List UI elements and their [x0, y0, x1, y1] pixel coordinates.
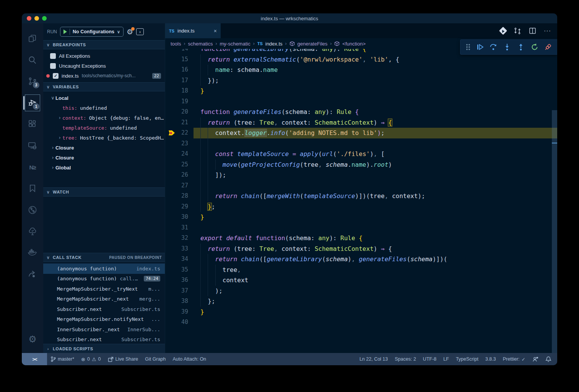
step-out-icon[interactable]	[517, 43, 525, 51]
extensions-icon[interactable]	[23, 114, 42, 134]
code-line-28[interactable]: 28return chain([mergeWith(templateSource…	[165, 191, 557, 202]
code-line-24[interactable]: 24const templateSource = apply(url('./fi…	[165, 149, 557, 159]
gutter[interactable]: 18	[165, 86, 200, 96]
tab-index-ts[interactable]: TS index.ts ×	[165, 23, 221, 38]
diamond-run-icon[interactable]	[499, 27, 507, 35]
language-mode-status[interactable]: TypeScript	[452, 353, 482, 365]
gutter[interactable]: 24	[165, 149, 200, 159]
gutter[interactable]: 31	[165, 223, 200, 233]
drag-handle[interactable]	[466, 44, 470, 50]
configure-gear-icon[interactable]: ⚙	[127, 28, 133, 36]
stack-frame[interactable]: MergeMapSubscriber._tryNext m...	[43, 284, 165, 294]
step-into-icon[interactable]	[503, 43, 511, 51]
loaded-scripts-section-header[interactable]: › LOADED SCRIPTS	[43, 344, 165, 353]
disconnect-icon[interactable]	[544, 43, 552, 51]
remote-explorer-icon[interactable]	[23, 136, 42, 156]
close-tab-icon[interactable]: ×	[214, 28, 217, 34]
breadcrumb-item[interactable]: schematics	[188, 41, 213, 47]
compare-changes-icon[interactable]	[514, 27, 521, 35]
breadcrumb-item[interactable]: tools	[171, 41, 181, 47]
gutter[interactable]: 38	[165, 296, 200, 307]
scope-local[interactable]: ∨ Local	[43, 93, 165, 103]
gutter[interactable]: 14	[165, 49, 200, 54]
scope-closure-2[interactable]: › Closure	[43, 153, 165, 163]
gutter[interactable]: 19	[165, 96, 200, 107]
gutter[interactable]: 29	[165, 202, 200, 212]
variable-context[interactable]: › context: Object {debug: false, en…	[43, 113, 165, 123]
call-stack-section-header[interactable]: ∨ CALL STACK PAUSED ON BREAKPOINT	[43, 253, 165, 262]
prettier-status[interactable]: Prettier:✓	[499, 353, 529, 365]
code-line-32[interactable]: 32export default function(schema: any): …	[165, 233, 557, 244]
gutter[interactable]: 17	[165, 75, 200, 86]
git-graph-status[interactable]: Git Graph	[141, 353, 169, 365]
breadcrumb-item[interactable]: index.ts	[265, 41, 283, 47]
gutter[interactable]: 39	[165, 307, 200, 317]
code-line-30[interactable]: 30}	[165, 212, 557, 223]
gutter[interactable]: 23	[165, 138, 200, 149]
code-line-29[interactable]: 29};	[165, 202, 557, 212]
variable-tree[interactable]: › tree: HostTree {_backend: ScopedH…	[43, 133, 165, 143]
gutter[interactable]: 26	[165, 170, 200, 181]
search-icon[interactable]	[23, 50, 42, 70]
code-line-25[interactable]: 25move(getProjectConfig(tree, schema.nam…	[165, 159, 557, 170]
chevron-right-icon[interactable]: ›	[57, 135, 62, 140]
eol-status[interactable]: LF	[440, 353, 452, 365]
checkbox-unchecked[interactable]	[50, 53, 56, 59]
gutter[interactable]: 34	[165, 254, 200, 265]
restart-icon[interactable]	[530, 43, 539, 51]
scope-global[interactable]: › Global	[43, 163, 165, 172]
gutter[interactable]: 35	[165, 265, 200, 275]
nx-console-icon[interactable]: N≥	[23, 157, 42, 177]
test-explorer-icon[interactable]	[23, 221, 42, 241]
start-debug-icon[interactable]	[63, 29, 67, 34]
stack-frame[interactable]: (anonymous function) index.ts	[43, 264, 165, 274]
breakpoint-all-exceptions[interactable]: All Exceptions	[43, 51, 165, 61]
chevron-right-icon[interactable]: ›	[57, 115, 62, 120]
code-line-35[interactable]: 35tree,	[165, 265, 557, 275]
remote-indicator[interactable]: ><	[22, 353, 47, 365]
indentation-status[interactable]: Spaces: 2	[391, 353, 420, 365]
explorer-icon[interactable]	[23, 29, 42, 49]
code-line-37[interactable]: 37);	[165, 286, 557, 296]
code-line-16[interactable]: 16name: schema.name	[165, 65, 557, 75]
breakpoints-section-header[interactable]: ∨ BREAKPOINTS	[43, 40, 165, 49]
gutter[interactable]: 32	[165, 233, 200, 244]
step-over-icon[interactable]	[489, 43, 498, 51]
breakpoint-index-ts[interactable]: ✓ index.ts tools/schematics/my-sch... 22	[43, 71, 165, 81]
stack-frame[interactable]: Subscriber.next Subscriber.ts	[43, 335, 165, 345]
gutter[interactable]: 40	[165, 317, 200, 328]
code-line-20[interactable]: 20function generateFiles(schema: any): R…	[165, 107, 557, 117]
code-editor[interactable]: 14function generateLibrary(schema: any):…	[165, 49, 557, 353]
code-line-21[interactable]: 21return (tree: Tree, context: Schematic…	[165, 117, 557, 128]
launch-configuration-dropdown[interactable]: No Configurations ∨	[60, 27, 124, 37]
settings-gear-icon[interactable]: ⚙	[23, 329, 42, 349]
vertical-scrollbar[interactable]	[552, 110, 557, 353]
code-line-36[interactable]: 36context	[165, 275, 557, 286]
variable-this[interactable]: this: undefined	[43, 103, 165, 113]
gutter[interactable]: 16	[165, 65, 200, 75]
code-line-39[interactable]: 39}	[165, 307, 557, 317]
split-editor-icon[interactable]	[529, 27, 536, 34]
more-actions-icon[interactable]: ···	[544, 28, 551, 34]
code-line-38[interactable]: 38};	[165, 296, 557, 307]
stack-frame[interactable]: InnerSubscriber._next InnerSub...	[43, 324, 165, 335]
git-branch-status[interactable]: master*	[47, 353, 78, 365]
code-line-23[interactable]: 23	[165, 138, 557, 149]
encoding-status[interactable]: UTF-8	[420, 353, 440, 365]
gutter[interactable]: 33	[165, 244, 200, 254]
code-line-31[interactable]: 31	[165, 223, 557, 233]
watch-section-header[interactable]: ∨ WATCH	[43, 187, 165, 197]
gutter[interactable]: 15	[165, 54, 200, 65]
stack-frame[interactable]: Subscriber.next Subscriber.ts	[43, 304, 165, 314]
gutter[interactable]: 30	[165, 212, 200, 223]
cursor-position-status[interactable]: Ln 22, Col 13	[356, 353, 391, 365]
breadcrumb-item[interactable]: generateFiles	[298, 41, 328, 47]
gutter[interactable]: 27	[165, 181, 200, 191]
breakpoint-uncaught-exceptions[interactable]: Uncaught Exceptions	[43, 61, 165, 71]
continue-icon[interactable]	[476, 43, 484, 51]
variables-section-header[interactable]: ∨ VARIABLES	[43, 82, 165, 91]
code-line-18[interactable]: 18}	[165, 86, 557, 96]
stack-frame[interactable]: (anonymous function) call.js 74:24	[43, 274, 165, 284]
code-line-15[interactable]: 15return externalSchematic('@nrwl/worksp…	[165, 54, 557, 65]
gutter[interactable]: 37	[165, 286, 200, 296]
